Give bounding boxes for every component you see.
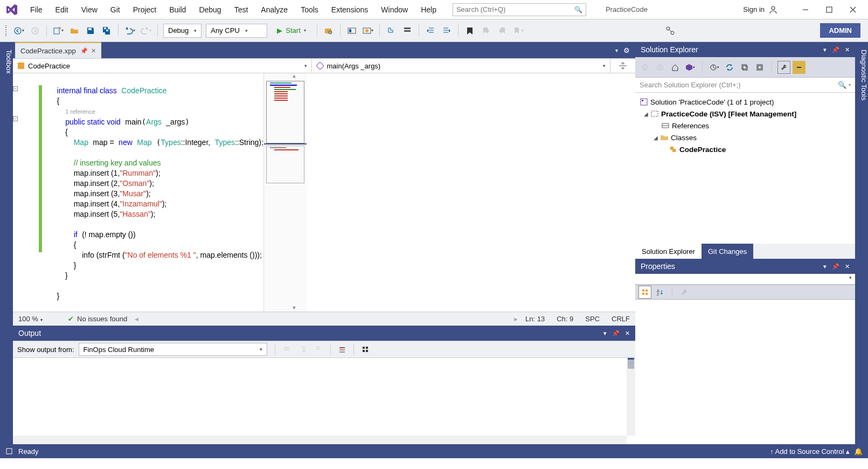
scroll-down-icon[interactable]: ▼ bbox=[282, 305, 307, 312]
toolbar-grip-icon[interactable] bbox=[5, 25, 9, 36]
sol-collapse-icon[interactable] bbox=[738, 61, 751, 74]
panel-pin-icon[interactable]: 📌 bbox=[612, 330, 620, 337]
output-vscrollbar[interactable] bbox=[627, 358, 635, 436]
code-minimap[interactable]: ▲ ▼ bbox=[263, 73, 307, 312]
menu-project[interactable]: Project bbox=[127, 5, 163, 14]
sol-show-all-icon[interactable] bbox=[753, 61, 766, 74]
sol-sync-icon[interactable]: ▾ bbox=[708, 61, 721, 74]
output-hscrollbar[interactable] bbox=[13, 436, 627, 444]
sol-refresh-icon[interactable] bbox=[723, 61, 736, 74]
toolbar-icon-1[interactable] bbox=[345, 24, 359, 38]
panel-options-icon[interactable]: ▾ bbox=[603, 330, 607, 337]
output-panel-header[interactable]: Output ▾ 📌 ✕ bbox=[13, 326, 635, 341]
sol-properties-icon[interactable] bbox=[777, 61, 790, 74]
menu-tools[interactable]: Tools bbox=[294, 5, 325, 14]
menu-edit[interactable]: Edit bbox=[49, 5, 75, 14]
codelens-references[interactable]: 1 reference bbox=[65, 108, 95, 115]
panel-close-icon[interactable]: ✕ bbox=[845, 263, 850, 270]
start-debugging-button[interactable]: ▶Start▾ bbox=[272, 24, 311, 38]
sol-switch-view-icon[interactable]: ▾ bbox=[684, 61, 697, 74]
window-close-button[interactable] bbox=[841, 2, 865, 18]
prop-wrench-icon[interactable] bbox=[678, 286, 691, 299]
forward-button[interactable] bbox=[28, 24, 42, 38]
diagnostic-tools-rail[interactable]: Diagnostic Tools bbox=[855, 42, 868, 444]
solution-tree[interactable]: Solution 'PracticeCode' (1 of 1 project)… bbox=[635, 93, 855, 244]
redo-button[interactable]: ▾ bbox=[139, 24, 153, 38]
tree-classes-node[interactable]: ◢ Classes bbox=[637, 132, 853, 143]
properties-panel-header[interactable]: Properties ▾📌✕ bbox=[635, 259, 855, 274]
save-button[interactable] bbox=[84, 24, 98, 38]
nav-member-selector[interactable]: main(Args _args)▾ bbox=[312, 59, 611, 73]
code-editor[interactable]: − − internal final class CodePractice { … bbox=[13, 73, 635, 312]
bookmark-icon[interactable] bbox=[463, 24, 477, 38]
output-prev-icon[interactable] bbox=[296, 342, 310, 356]
menu-file[interactable]: File bbox=[24, 5, 49, 14]
platform-selector[interactable]: Any CPU▾ bbox=[206, 24, 267, 38]
bookmark-next-icon[interactable] bbox=[495, 24, 509, 38]
indent-increase-icon[interactable] bbox=[440, 24, 454, 38]
toolbar-icon-2[interactable]: ▾ bbox=[361, 24, 375, 38]
save-all-button[interactable] bbox=[100, 24, 114, 38]
admin-button[interactable]: ADMIN bbox=[820, 23, 860, 38]
bookmark-prev-icon[interactable] bbox=[479, 24, 493, 38]
menu-view[interactable]: View bbox=[75, 5, 104, 14]
step-icon[interactable] bbox=[384, 24, 398, 38]
live-share-icon[interactable] bbox=[664, 25, 676, 37]
notifications-icon[interactable]: 🔔 bbox=[854, 447, 863, 456]
properties-object-selector[interactable]: ▾ bbox=[635, 274, 855, 285]
panel-options-icon[interactable]: ▾ bbox=[823, 263, 827, 270]
menu-help[interactable]: Help bbox=[414, 5, 443, 14]
output-wrap-icon[interactable] bbox=[358, 342, 372, 356]
tree-solution-node[interactable]: Solution 'PracticeCode' (1 of 1 project) bbox=[637, 96, 853, 108]
menu-git[interactable]: Git bbox=[104, 5, 127, 14]
tree-class-node[interactable]: CodePractice bbox=[637, 143, 853, 155]
zoom-selector[interactable]: 100 % ▾ bbox=[18, 315, 52, 323]
whitespace-mode[interactable]: SPC bbox=[585, 315, 600, 323]
toolbox-rail[interactable]: Toolbox bbox=[0, 42, 13, 444]
new-item-button[interactable]: ▾ bbox=[51, 24, 65, 38]
output-source-selector[interactable]: FinOps Cloud Runtime▾ bbox=[79, 343, 267, 356]
menu-build[interactable]: Build bbox=[163, 5, 192, 14]
bookmark-clear-icon[interactable]: ▾ bbox=[511, 24, 525, 38]
comment-icon[interactable] bbox=[400, 24, 414, 38]
line-ending-mode[interactable]: CRLF bbox=[612, 315, 630, 323]
menu-window[interactable]: Window bbox=[374, 5, 414, 14]
properties-grid[interactable] bbox=[635, 300, 855, 444]
panel-pin-icon[interactable]: 📌 bbox=[832, 46, 839, 53]
panel-close-icon[interactable]: ✕ bbox=[845, 46, 850, 53]
person-icon[interactable] bbox=[769, 5, 777, 14]
undo-button[interactable]: ▾ bbox=[123, 24, 137, 38]
solution-explorer-header[interactable]: Solution Explorer ▾📌✕ bbox=[635, 42, 855, 57]
indent-decrease-icon[interactable] bbox=[423, 24, 438, 38]
sol-preview-icon[interactable] bbox=[793, 61, 805, 74]
solution-search[interactable]: Search Solution Explorer (Ctrl+;) 🔍▾ bbox=[635, 78, 855, 93]
prop-alphabetical-icon[interactable]: AZ bbox=[654, 286, 666, 299]
scroll-up-icon[interactable]: ▲ bbox=[282, 73, 307, 80]
prop-categorized-icon[interactable] bbox=[638, 286, 651, 299]
output-clear-icon[interactable] bbox=[335, 342, 349, 356]
open-button[interactable] bbox=[67, 24, 81, 38]
output-goto-icon[interactable] bbox=[280, 342, 294, 356]
menu-analyze[interactable]: Analyze bbox=[254, 5, 294, 14]
configuration-selector[interactable]: Debug▾ bbox=[163, 24, 202, 38]
find-in-files-icon[interactable] bbox=[322, 24, 336, 38]
window-minimize-button[interactable] bbox=[794, 2, 817, 18]
pin-icon[interactable]: 📌 bbox=[80, 47, 88, 54]
tree-caret-icon[interactable]: ◢ bbox=[644, 111, 650, 117]
tab-solution-explorer[interactable]: Solution Explorer bbox=[635, 244, 702, 259]
fold-toggle-icon[interactable]: − bbox=[13, 86, 18, 91]
panel-close-icon[interactable]: ✕ bbox=[625, 330, 630, 337]
menu-test[interactable]: Test bbox=[228, 5, 255, 14]
sol-forward-icon[interactable] bbox=[654, 61, 666, 74]
menu-extensions[interactable]: Extensions bbox=[325, 5, 374, 14]
back-button[interactable]: ▾ bbox=[12, 24, 26, 38]
close-tab-icon[interactable]: ✕ bbox=[91, 47, 96, 54]
panel-options-icon[interactable]: ▾ bbox=[823, 46, 827, 53]
output-content[interactable] bbox=[13, 358, 635, 444]
nav-scope-selector[interactable]: CodePractice▾ bbox=[13, 59, 312, 73]
source-control-button[interactable]: ↑ Add to Source Control ▴ bbox=[770, 447, 850, 456]
code-content[interactable]: internal final class CodePractice { 1 re… bbox=[48, 73, 263, 312]
tab-git-changes[interactable]: Git Changes bbox=[702, 244, 753, 259]
fold-toggle-icon[interactable]: − bbox=[13, 116, 18, 121]
global-search[interactable]: 🔍 bbox=[453, 3, 586, 16]
